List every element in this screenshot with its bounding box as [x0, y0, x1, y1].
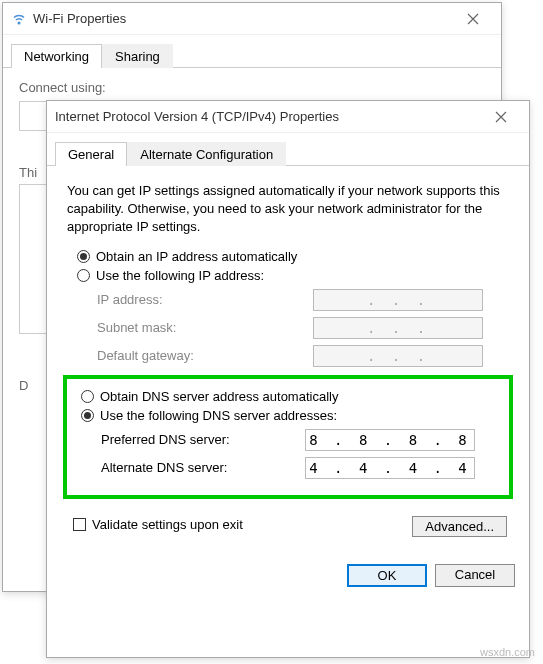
wifi-icon: [11, 11, 27, 27]
preferred-dns-input[interactable]: 8 . 8 . 8 . 8: [305, 429, 475, 451]
preferred-dns-row: Preferred DNS server: 8 . 8 . 8 . 8: [101, 429, 475, 451]
ipv4-titlebar: Internet Protocol Version 4 (TCP/IPv4) P…: [47, 101, 529, 133]
radio-icon: [77, 269, 90, 282]
ip-address-row: IP address: . . .: [97, 289, 483, 311]
tab-networking[interactable]: Networking: [11, 44, 102, 68]
tab-general[interactable]: General: [55, 142, 127, 166]
checkbox-icon: [73, 518, 86, 531]
default-gateway-label: Default gateway:: [97, 348, 313, 363]
ipv4-description: You can get IP settings assigned automat…: [67, 182, 509, 237]
radio-label: Obtain an IP address automatically: [96, 249, 297, 264]
close-icon: [467, 13, 479, 25]
ipv4-tabs: General Alternate Configuration: [47, 133, 529, 166]
validate-label: Validate settings upon exit: [92, 517, 243, 532]
tab-alternate-config[interactable]: Alternate Configuration: [127, 142, 286, 166]
radio-icon: [81, 409, 94, 422]
default-gateway-input: . . .: [313, 345, 483, 367]
alternate-dns-label: Alternate DNS server:: [101, 460, 305, 475]
subnet-mask-input: . . .: [313, 317, 483, 339]
radio-label: Use the following DNS server addresses:: [100, 408, 337, 423]
radio-use-dns-manual[interactable]: Use the following DNS server addresses:: [81, 408, 495, 423]
close-icon: [495, 111, 507, 123]
cancel-button[interactable]: Cancel: [435, 564, 515, 587]
alternate-dns-input[interactable]: 4 . 4 . 4 . 4: [305, 457, 475, 479]
ipv4-button-row: OK Cancel: [47, 554, 529, 597]
alternate-dns-row: Alternate DNS server: 4 . 4 . 4 . 4: [101, 457, 475, 479]
radio-use-ip-manual[interactable]: Use the following IP address:: [77, 268, 503, 283]
default-gateway-row: Default gateway: . . .: [97, 345, 483, 367]
radio-icon: [81, 390, 94, 403]
advanced-button[interactable]: Advanced...: [412, 516, 507, 537]
tab-sharing[interactable]: Sharing: [102, 44, 173, 68]
ipv4-content: You can get IP settings assigned automat…: [47, 166, 529, 554]
dns-highlight-box: Obtain DNS server address automatically …: [63, 375, 513, 499]
ipv4-title: Internet Protocol Version 4 (TCP/IPv4) P…: [55, 109, 481, 124]
ip-address-group: Obtain an IP address automatically Use t…: [67, 249, 513, 367]
subnet-mask-row: Subnet mask: . . .: [97, 317, 483, 339]
validate-settings-checkbox[interactable]: Validate settings upon exit: [73, 517, 402, 532]
wifi-title: Wi-Fi Properties: [33, 11, 453, 26]
wifi-close-button[interactable]: [453, 3, 493, 34]
radio-icon: [77, 250, 90, 263]
radio-label: Use the following IP address:: [96, 268, 264, 283]
connect-using-label: Connect using:: [19, 80, 485, 95]
radio-obtain-ip-auto[interactable]: Obtain an IP address automatically: [77, 249, 503, 264]
radio-label: Obtain DNS server address automatically: [100, 389, 338, 404]
ipv4-properties-window: Internet Protocol Version 4 (TCP/IPv4) P…: [46, 100, 530, 658]
preferred-dns-label: Preferred DNS server:: [101, 432, 305, 447]
wifi-titlebar: Wi-Fi Properties: [3, 3, 501, 35]
wifi-tabs: Networking Sharing: [3, 35, 501, 68]
radio-obtain-dns-auto[interactable]: Obtain DNS server address automatically: [81, 389, 495, 404]
svg-point-0: [18, 21, 21, 24]
ipv4-close-button[interactable]: [481, 101, 521, 132]
watermark: wsxdn.com: [480, 646, 535, 658]
subnet-mask-label: Subnet mask:: [97, 320, 313, 335]
ip-address-input: . . .: [313, 289, 483, 311]
ok-button[interactable]: OK: [347, 564, 427, 587]
ip-address-label: IP address:: [97, 292, 313, 307]
